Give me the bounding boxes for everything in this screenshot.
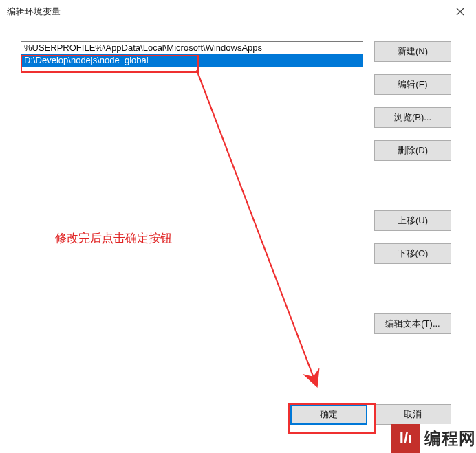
path-list[interactable]: %USERPROFILE%\AppData\Local\Microsoft\Wi… [21, 41, 363, 393]
button-column: 新建(N) 编辑(E) 浏览(B)... 删除(D) 上移(U) 下移(O) 编… [374, 41, 451, 393]
edit-env-var-dialog: 编辑环境变量 %USERPROFILE%\AppData\Local\Micro… [0, 0, 476, 453]
edit-button[interactable]: 编辑(E) [374, 74, 451, 95]
bottom-button-row: 确定 取消 [21, 404, 464, 425]
new-button[interactable]: 新建(N) [374, 41, 451, 62]
window-title: 编辑环境变量 [7, 5, 61, 18]
cancel-button[interactable]: 取消 [374, 404, 451, 425]
move-down-button[interactable]: 下移(O) [374, 243, 451, 264]
edit-text-button[interactable]: 编辑文本(T)... [374, 313, 451, 334]
main-row: %USERPROFILE%\AppData\Local\Microsoft\Wi… [21, 41, 464, 393]
close-button[interactable] [444, 0, 476, 23]
watermark-logo-icon: l/ı [391, 424, 420, 453]
site-watermark: l/ı 编程网 [391, 424, 476, 453]
path-list-item[interactable]: D:\Develop\nodejs\node_global [21, 54, 363, 67]
delete-button[interactable]: 删除(D) [374, 140, 451, 161]
close-icon [456, 8, 464, 16]
annotation-hint-text: 修改完后点击确定按钮 [55, 230, 172, 246]
browse-button[interactable]: 浏览(B)... [374, 107, 451, 128]
path-list-item[interactable]: %USERPROFILE%\AppData\Local\Microsoft\Wi… [21, 42, 363, 54]
move-up-button[interactable]: 上移(U) [374, 210, 451, 231]
watermark-text: 编程网 [424, 428, 476, 450]
title-bar: 编辑环境变量 [0, 0, 476, 23]
ok-button[interactable]: 确定 [290, 404, 367, 425]
